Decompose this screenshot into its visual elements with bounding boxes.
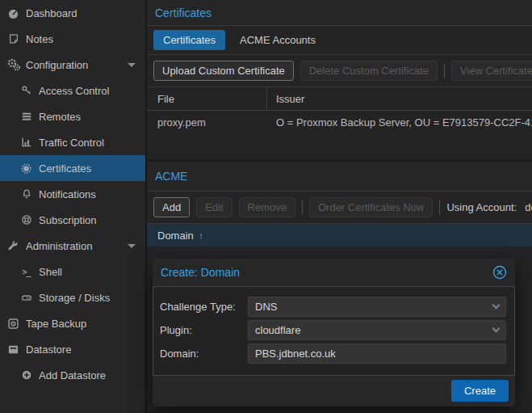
close-icon[interactable] xyxy=(492,265,507,280)
sidebar-item-label: Certificates xyxy=(39,162,91,175)
domain-label: Domain: xyxy=(160,348,248,360)
sidebar-item-label: Dashboard xyxy=(26,7,77,19)
column-header-file[interactable]: File xyxy=(147,87,267,110)
edit-button[interactable]: Edit xyxy=(196,197,232,217)
certificates-panel-title: Certificates xyxy=(147,0,532,26)
create-domain-dialog: Create: Domain Challenge Type: Plugin: D… xyxy=(153,259,515,407)
sidebar-item-label: Tape Backup xyxy=(26,318,86,330)
view-certificate-button[interactable]: View Certificate xyxy=(451,61,532,81)
sidebar-item-subscription[interactable]: Subscription xyxy=(0,207,145,233)
acme-toolbar: Add Edit Remove Order Certificates Now U… xyxy=(147,192,532,224)
chart-icon xyxy=(19,136,33,149)
domain-column-label: Domain xyxy=(157,230,194,242)
chevron-down-icon[interactable] xyxy=(128,63,136,67)
domain-row: Domain: xyxy=(160,343,506,364)
add-button[interactable]: Add xyxy=(153,197,190,217)
challenge-type-label: Challenge Type: xyxy=(160,301,248,313)
certificate-icon xyxy=(19,162,33,175)
sidebar-item-label: Subscription xyxy=(39,214,97,226)
list-icon xyxy=(19,110,33,123)
using-account-value[interactable]: default xyxy=(525,201,532,213)
challenge-type-row: Challenge Type: xyxy=(160,297,506,317)
sidebar-item-shell[interactable]: >_ Shell xyxy=(0,259,145,284)
sidebar-item-label: Datastore xyxy=(26,343,71,356)
cell-file: proxy.pem xyxy=(147,111,267,133)
certificates-grid-empty-area xyxy=(147,133,532,159)
using-account-label: Using Account: xyxy=(446,201,517,213)
certificates-table-header: File Issuer xyxy=(147,87,532,111)
sidebar: Dashboard Notes Configuration Access Con… xyxy=(0,0,147,413)
sidebar-item-add-datastore[interactable]: Add Datastore xyxy=(0,362,145,388)
hdd-icon xyxy=(19,291,33,304)
sidebar-item-remotes[interactable]: Remotes xyxy=(0,103,145,129)
key-icon xyxy=(19,84,33,97)
sidebar-item-label: Traffic Control xyxy=(39,137,104,149)
dialog-footer: Create xyxy=(153,376,515,407)
sidebar-item-access-control[interactable]: Access Control xyxy=(0,78,145,103)
sidebar-item-label: Notes xyxy=(26,33,53,45)
toolbar-separator xyxy=(444,64,445,78)
life-ring-icon xyxy=(19,213,33,226)
order-certificates-now-button[interactable]: Order Certificates Now xyxy=(309,197,433,217)
plus-circle-icon xyxy=(19,369,33,381)
page-title: Certificates xyxy=(155,6,212,19)
sidebar-item-label: Configuration xyxy=(26,59,88,71)
sidebar-item-storage-disks[interactable]: Storage / Disks xyxy=(0,284,145,310)
sidebar-item-label: Administration xyxy=(26,240,92,252)
domain-input[interactable] xyxy=(248,343,506,364)
gears-icon xyxy=(6,58,20,71)
table-row[interactable]: proxy.pem O = Proxmox Backup Server, OU … xyxy=(147,111,532,133)
sidebar-item-label: Notifications xyxy=(39,188,96,200)
section-title: ACME xyxy=(155,170,187,183)
toolbar-separator xyxy=(439,200,440,215)
sidebar-item-label: Access Control xyxy=(39,85,109,97)
plugin-label: Plugin: xyxy=(160,324,248,336)
sort-ascending-icon: ↑ xyxy=(199,230,204,242)
note-icon xyxy=(6,32,20,45)
dialog-titlebar[interactable]: Create: Domain xyxy=(153,259,515,286)
tab-certificates[interactable]: Certificates xyxy=(153,30,225,50)
sidebar-item-traffic-control[interactable]: Traffic Control xyxy=(0,129,145,155)
dialog-title: Create: Domain xyxy=(161,266,492,279)
sidebar-item-certificates[interactable]: Certificates xyxy=(0,155,145,181)
sidebar-item-label: Shell xyxy=(39,266,62,278)
sidebar-item-notifications[interactable]: Notifications xyxy=(0,181,145,207)
plugin-select[interactable] xyxy=(248,320,506,340)
tab-acme-accounts[interactable]: ACME Accounts xyxy=(230,30,325,50)
sidebar-item-tape-backup[interactable]: Tape Backup xyxy=(0,310,145,336)
cell-issuer: O = Proxmox Backup Server, OU = E7913579… xyxy=(267,116,532,129)
column-header-domain[interactable]: Domain ↑ xyxy=(147,224,532,247)
remove-button[interactable]: Remove xyxy=(239,197,295,217)
plugin-row: Plugin: xyxy=(160,320,506,340)
sidebar-item-label: Add Datastore xyxy=(39,369,106,381)
create-button[interactable]: Create xyxy=(451,380,509,402)
sidebar-item-administration[interactable]: Administration xyxy=(0,233,145,259)
sidebar-item-notes[interactable]: Notes xyxy=(0,26,145,52)
dialog-body: Challenge Type: Plugin: Domain: xyxy=(153,286,515,376)
dashboard-icon xyxy=(6,6,20,19)
sidebar-item-dashboard[interactable]: Dashboard xyxy=(0,0,145,26)
delete-custom-certificate-button[interactable]: Delete Custom Certificate xyxy=(300,61,438,81)
sidebar-item-datastore[interactable]: Datastore xyxy=(0,336,145,362)
upload-custom-certificate-button[interactable]: Upload Custom Certificate xyxy=(153,61,294,81)
challenge-type-select[interactable] xyxy=(248,297,506,317)
using-account: Using Account: default xyxy=(446,201,532,213)
certificates-tabbar: Certificates ACME Accounts xyxy=(147,26,532,55)
column-header-issuer[interactable]: Issuer xyxy=(267,93,532,105)
bell-icon xyxy=(19,188,33,200)
sidebar-item-label: Storage / Disks xyxy=(39,292,110,304)
chevron-down-icon[interactable] xyxy=(128,244,136,248)
wrench-icon xyxy=(6,239,20,252)
toolbar-separator xyxy=(302,200,303,215)
terminal-icon: >_ xyxy=(19,265,33,278)
database-icon xyxy=(6,343,20,356)
acme-panel-title: ACME xyxy=(147,162,532,192)
tape-icon xyxy=(6,317,20,330)
sidebar-item-configuration[interactable]: Configuration xyxy=(0,52,145,78)
sidebar-item-label: Remotes xyxy=(39,111,81,123)
certificates-toolbar: Upload Custom Certificate Delete Custom … xyxy=(147,55,532,87)
